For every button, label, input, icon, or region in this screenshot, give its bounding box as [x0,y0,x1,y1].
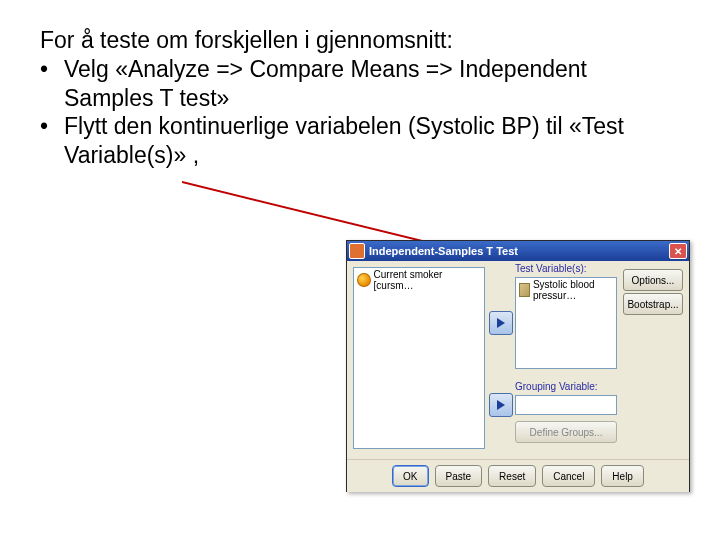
instruction-text: For å teste om forskjellen i gjennomsnit… [40,26,680,170]
dialog-titlebar[interactable]: Independent-Samples T Test ✕ [347,241,689,261]
app-icon [349,243,365,259]
help-button[interactable]: Help [601,465,644,487]
variable-label: Current smoker [cursm… [374,269,481,291]
scale-icon [519,283,530,297]
options-button[interactable]: Options... [623,269,683,291]
variable-label: Systolic blood pressur… [533,279,613,301]
bullet-text: Flytt den kontinuerlige variabelen (Syst… [64,112,680,170]
define-groups-button[interactable]: Define Groups... [515,421,617,443]
paste-button[interactable]: Paste [435,465,483,487]
intro-line: For å teste om forskjellen i gjennomsnit… [40,26,680,55]
dialog-title: Independent-Samples T Test [369,245,669,257]
test-variables-label: Test Variable(s): [515,263,587,274]
grouping-variable-label: Grouping Variable: [515,381,598,392]
reset-button[interactable]: Reset [488,465,536,487]
bullet-icon: • [40,55,64,84]
spss-t-test-dialog: Independent-Samples T Test ✕ Current smo… [346,240,690,492]
dialog-button-row: OK Paste Reset Cancel Help [347,459,689,492]
move-to-grouping-button[interactable] [489,393,513,417]
bootstrap-button[interactable]: Bootstrap... [623,293,683,315]
bullet-text: Velg «Analyze => Compare Means => Indepe… [64,55,680,113]
move-to-test-button[interactable] [489,311,513,335]
close-button[interactable]: ✕ [669,243,687,259]
list-item: Current smoker [cursm… [354,268,484,292]
svg-marker-2 [497,318,505,328]
ok-button[interactable]: OK [392,465,428,487]
list-item: Systolic blood pressur… [516,278,616,302]
svg-marker-3 [497,400,505,410]
bullet-icon: • [40,112,64,141]
cancel-button[interactable]: Cancel [542,465,595,487]
source-variable-list[interactable]: Current smoker [cursm… [353,267,485,449]
nominal-icon [357,273,371,287]
grouping-variable-field[interactable] [515,395,617,415]
test-variable-list[interactable]: Systolic blood pressur… [515,277,617,369]
